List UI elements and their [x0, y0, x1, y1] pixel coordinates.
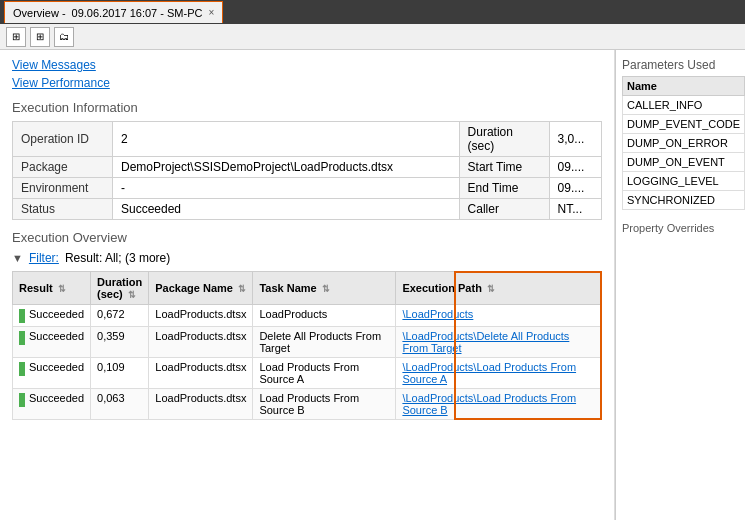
row1-task: LoadProducts	[253, 305, 396, 327]
execution-overview-table: Result ⇅ Duration(sec) ⇅ Package Name ⇅ …	[12, 271, 602, 420]
info-label-operation-id: Operation ID	[13, 122, 113, 157]
info-value-status: Succeeded	[113, 199, 460, 220]
col-duration: Duration(sec) ⇅	[91, 272, 149, 305]
info-label-start-time: Start Time	[459, 157, 549, 178]
row4-package: LoadProducts.dtsx	[149, 389, 253, 420]
param-logging-level: LOGGING_LEVEL	[623, 172, 745, 191]
execution-info-title: Execution Information	[12, 100, 602, 115]
row4-task: Load Products From Source B	[253, 389, 396, 420]
info-value-operation-id: 2	[113, 122, 460, 157]
toolbar: ⊞ ⊞ 🗂	[0, 24, 745, 50]
info-label-caller: Caller	[459, 199, 549, 220]
param-row: SYNCHRONIZED	[623, 191, 745, 210]
param-caller-info: CALLER_INFO	[623, 96, 745, 115]
param-dump-on-error: DUMP_ON_ERROR	[623, 134, 745, 153]
info-row-status: Status Succeeded Caller NT...	[13, 199, 602, 220]
param-row: DUMP_EVENT_CODE	[623, 115, 745, 134]
filter-link[interactable]: Filter:	[29, 251, 59, 265]
filter-result: Result: All; (3 more)	[65, 251, 170, 265]
tab-date: 09.06.2017 16:07 - SM-PC	[72, 7, 203, 19]
parameters-used-section: Parameters Used Name CALLER_INFO DUMP_EV…	[622, 58, 739, 210]
info-label-status: Status	[13, 199, 113, 220]
execution-overview-title: Execution Overview	[12, 230, 602, 245]
param-row: DUMP_ON_EVENT	[623, 153, 745, 172]
row1-result: Succeeded	[13, 305, 91, 327]
info-value-package: DemoProject\SSISDemoProject\LoadProducts…	[113, 157, 460, 178]
row3-task: Load Products From Source A	[253, 358, 396, 389]
view-performance-link[interactable]: View Performance	[12, 76, 602, 90]
overview-tab[interactable]: Overview - 09.06.2017 16:07 - SM-PC ×	[4, 1, 223, 23]
toolbar-button-3[interactable]: 🗂	[54, 27, 74, 47]
row1-exec-path[interactable]: \LoadProducts	[396, 305, 602, 327]
parameters-table: Name CALLER_INFO DUMP_EVENT_CODE DUMP_ON…	[622, 76, 745, 210]
info-value-start-time: 09....	[549, 157, 601, 178]
info-row-operation-id: Operation ID 2 Duration (sec) 3,0...	[13, 122, 602, 157]
tab-close-button[interactable]: ×	[208, 7, 214, 18]
main-content: View Messages View Performance Execution…	[0, 50, 745, 520]
col-exec-path: Execution Path ⇅	[396, 272, 602, 305]
row2-result: Succeeded	[13, 327, 91, 358]
info-value-environment: -	[113, 178, 460, 199]
data-table-container: Result ⇅ Duration(sec) ⇅ Package Name ⇅ …	[12, 271, 602, 420]
row3-package: LoadProducts.dtsx	[149, 358, 253, 389]
info-label-environment: Environment	[13, 178, 113, 199]
left-panel: View Messages View Performance Execution…	[0, 50, 615, 520]
right-panel: Parameters Used Name CALLER_INFO DUMP_EV…	[615, 50, 745, 520]
info-value-caller: NT...	[549, 199, 601, 220]
toolbar-button-2[interactable]: ⊞	[30, 27, 50, 47]
tab-label: Overview -	[13, 7, 66, 19]
table-row: Succeeded 0,672 LoadProducts.dtsx LoadPr…	[13, 305, 602, 327]
info-label-duration: Duration (sec)	[459, 122, 549, 157]
row1-duration: 0,672	[91, 305, 149, 327]
row3-duration: 0,109	[91, 358, 149, 389]
param-row: DUMP_ON_ERROR	[623, 134, 745, 153]
title-bar: Overview - 09.06.2017 16:07 - SM-PC ×	[0, 0, 745, 24]
row4-exec-path[interactable]: \LoadProducts\Load Products From Source …	[396, 389, 602, 420]
toolbar-button-1[interactable]: ⊞	[6, 27, 26, 47]
view-messages-link[interactable]: View Messages	[12, 58, 602, 72]
filter-icon: ▼	[12, 252, 23, 264]
row4-duration: 0,063	[91, 389, 149, 420]
info-value-duration: 3,0...	[549, 122, 601, 157]
params-col-name: Name	[623, 77, 745, 96]
info-row-environment: Environment - End Time 09....	[13, 178, 602, 199]
row3-result: Succeeded	[13, 358, 91, 389]
row2-exec-path[interactable]: \LoadProducts\Delete All Products From T…	[396, 327, 602, 358]
row1-package: LoadProducts.dtsx	[149, 305, 253, 327]
table-row: Succeeded 0,109 LoadProducts.dtsx Load P…	[13, 358, 602, 389]
param-dump-on-event: DUMP_ON_EVENT	[623, 153, 745, 172]
row3-exec-path[interactable]: \LoadProducts\Load Products From Source …	[396, 358, 602, 389]
property-overrides-label: Property Overrides	[622, 222, 739, 234]
execution-info-table: Operation ID 2 Duration (sec) 3,0... Pac…	[12, 121, 602, 220]
row2-task: Delete All Products From Target	[253, 327, 396, 358]
table-row: Succeeded 0,359 LoadProducts.dtsx Delete…	[13, 327, 602, 358]
row2-duration: 0,359	[91, 327, 149, 358]
filter-bar: ▼ Filter: Result: All; (3 more)	[12, 251, 602, 265]
param-synchronized: SYNCHRONIZED	[623, 191, 745, 210]
table-row: Succeeded 0,063 LoadProducts.dtsx Load P…	[13, 389, 602, 420]
info-label-end-time: End Time	[459, 178, 549, 199]
row4-result: Succeeded	[13, 389, 91, 420]
param-row: CALLER_INFO	[623, 96, 745, 115]
col-task-name: Task Name ⇅	[253, 272, 396, 305]
info-label-package: Package	[13, 157, 113, 178]
info-value-end-time: 09....	[549, 178, 601, 199]
parameters-used-title: Parameters Used	[622, 58, 739, 72]
param-row: LOGGING_LEVEL	[623, 172, 745, 191]
table-header-row: Result ⇅ Duration(sec) ⇅ Package Name ⇅ …	[13, 272, 602, 305]
col-result: Result ⇅	[13, 272, 91, 305]
row2-package: LoadProducts.dtsx	[149, 327, 253, 358]
col-package-name: Package Name ⇅	[149, 272, 253, 305]
param-dump-event-code: DUMP_EVENT_CODE	[623, 115, 745, 134]
info-row-package: Package DemoProject\SSISDemoProject\Load…	[13, 157, 602, 178]
